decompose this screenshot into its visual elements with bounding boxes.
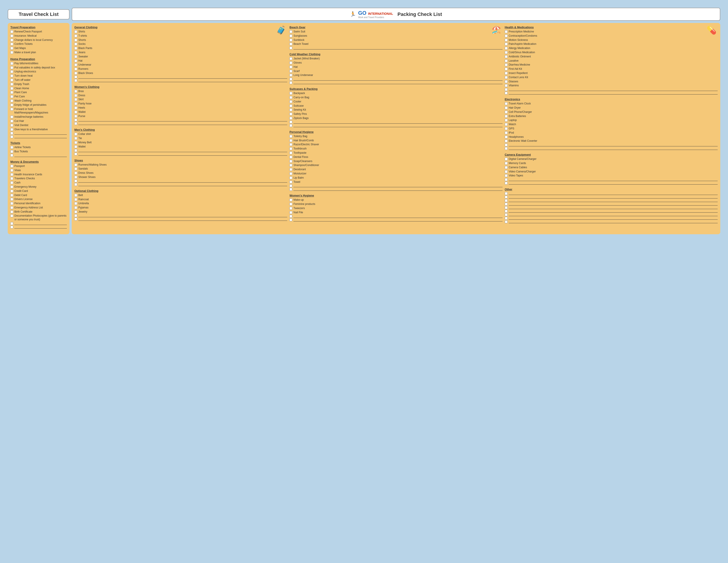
checkbox[interactable] <box>74 63 77 66</box>
checkbox[interactable] <box>10 99 13 102</box>
checkbox[interactable] <box>505 63 508 66</box>
checkbox[interactable] <box>74 47 77 50</box>
checkbox[interactable] <box>505 147 508 150</box>
checkbox[interactable] <box>505 217 508 220</box>
checkbox[interactable] <box>505 39 508 41</box>
checkbox[interactable] <box>289 168 292 171</box>
checkbox[interactable] <box>74 176 77 179</box>
checkbox[interactable] <box>505 131 508 134</box>
checkbox[interactable] <box>74 137 77 140</box>
checkbox[interactable] <box>74 118 77 121</box>
checkbox[interactable] <box>10 165 13 167</box>
checkbox[interactable] <box>289 147 292 150</box>
checkbox[interactable] <box>10 30 13 33</box>
checkbox[interactable] <box>505 213 508 216</box>
checkbox[interactable] <box>10 173 13 176</box>
checkbox[interactable] <box>74 98 77 101</box>
checkbox[interactable] <box>505 143 508 146</box>
checkbox[interactable] <box>10 210 13 213</box>
checkbox[interactable] <box>505 72 508 75</box>
checkbox[interactable] <box>10 47 13 50</box>
checkbox[interactable] <box>10 124 13 127</box>
checkbox[interactable] <box>74 171 77 174</box>
checkbox[interactable] <box>289 66 292 68</box>
checkbox[interactable] <box>505 76 508 79</box>
checkbox[interactable] <box>10 79 13 81</box>
checkbox[interactable] <box>505 115 508 118</box>
checkbox[interactable] <box>10 87 13 90</box>
checkbox[interactable] <box>505 84 508 87</box>
checkbox[interactable] <box>10 185 13 188</box>
checkbox[interactable] <box>289 96 292 99</box>
checkbox[interactable] <box>10 74 13 77</box>
checkbox[interactable] <box>505 59 508 62</box>
checkbox[interactable] <box>505 206 508 209</box>
checkbox[interactable] <box>74 179 77 182</box>
checkbox[interactable] <box>74 194 77 197</box>
checkbox[interactable] <box>289 78 292 81</box>
checkbox[interactable] <box>10 222 13 225</box>
checkbox[interactable] <box>74 72 77 75</box>
checkbox[interactable] <box>289 143 292 146</box>
checkbox[interactable] <box>74 79 77 82</box>
checkbox[interactable] <box>289 39 292 41</box>
checkbox[interactable] <box>74 149 77 152</box>
checkbox[interactable] <box>505 106 508 109</box>
checkbox[interactable] <box>74 133 77 135</box>
checkbox[interactable] <box>289 100 292 103</box>
checkbox[interactable] <box>505 68 508 70</box>
checkbox[interactable] <box>505 220 508 223</box>
checkbox[interactable] <box>74 152 77 155</box>
checkbox[interactable] <box>10 43 13 45</box>
checkbox[interactable] <box>289 104 292 107</box>
checkbox[interactable] <box>74 122 77 125</box>
checkbox[interactable] <box>74 163 77 166</box>
checkbox[interactable] <box>289 92 292 95</box>
checkbox[interactable] <box>289 156 292 158</box>
checkbox[interactable] <box>505 88 508 91</box>
checkbox[interactable] <box>10 169 13 172</box>
checkbox[interactable] <box>74 59 77 62</box>
checkbox[interactable] <box>505 210 508 212</box>
checkbox[interactable] <box>505 127 508 130</box>
checkbox[interactable] <box>10 95 13 98</box>
checkbox[interactable] <box>74 141 77 144</box>
checkbox[interactable] <box>505 139 508 142</box>
checkbox[interactable] <box>10 226 13 228</box>
checkbox[interactable] <box>289 139 292 142</box>
checkbox[interactable] <box>74 145 77 148</box>
checkbox[interactable] <box>505 123 508 126</box>
checkbox[interactable] <box>289 81 292 84</box>
checkbox[interactable] <box>74 198 77 201</box>
checkbox[interactable] <box>74 183 77 186</box>
checkbox[interactable] <box>289 176 292 179</box>
checkbox[interactable] <box>505 195 508 198</box>
checkbox[interactable] <box>74 206 77 209</box>
checkbox[interactable] <box>505 199 508 202</box>
checkbox[interactable] <box>289 43 292 45</box>
checkbox[interactable] <box>289 124 292 127</box>
checkbox[interactable] <box>505 178 508 181</box>
checkbox[interactable] <box>10 120 13 122</box>
checkbox[interactable] <box>74 167 77 170</box>
checkbox[interactable] <box>289 180 292 183</box>
checkbox[interactable] <box>10 206 13 209</box>
checkbox[interactable] <box>74 34 77 37</box>
checkbox[interactable] <box>505 192 508 195</box>
checkbox[interactable] <box>505 102 508 105</box>
checkbox[interactable] <box>505 203 508 205</box>
checkbox[interactable] <box>289 184 292 187</box>
checkbox[interactable] <box>74 94 77 97</box>
checkbox[interactable] <box>74 39 77 41</box>
checkbox[interactable] <box>10 39 13 41</box>
checkbox[interactable] <box>289 47 292 49</box>
checkbox[interactable] <box>289 160 292 163</box>
checkbox[interactable] <box>10 154 13 157</box>
checkbox[interactable] <box>74 90 77 93</box>
checkbox[interactable] <box>289 207 292 210</box>
checkbox[interactable] <box>74 218 77 220</box>
checkbox[interactable] <box>10 132 13 135</box>
checkbox[interactable] <box>289 113 292 115</box>
checkbox[interactable] <box>505 174 508 177</box>
checkbox[interactable] <box>74 210 77 213</box>
